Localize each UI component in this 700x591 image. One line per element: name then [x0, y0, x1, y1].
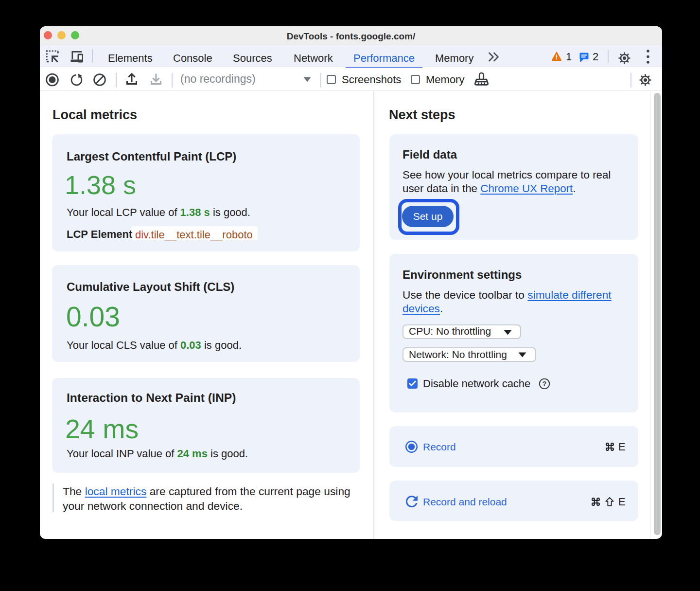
- svg-text:?: ?: [542, 380, 547, 388]
